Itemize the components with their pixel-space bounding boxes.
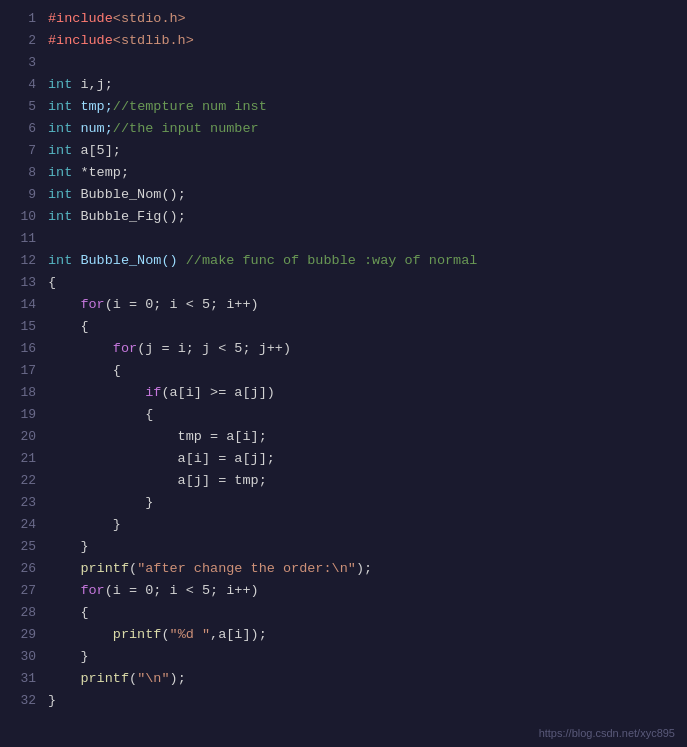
code-text: a[i] = a[j]; xyxy=(48,448,275,470)
code-text: } xyxy=(48,492,153,514)
code-text: int Bubble_Nom() //make func of bubble :… xyxy=(48,250,477,272)
line-number: 14 xyxy=(8,294,36,316)
line-number: 8 xyxy=(8,162,36,184)
code-text: int *temp; xyxy=(48,162,129,184)
code-line: 31 printf("\n"); xyxy=(0,668,687,690)
code-line: 11 xyxy=(0,228,687,250)
code-line: 15 { xyxy=(0,316,687,338)
code-line: 25 } xyxy=(0,536,687,558)
line-number: 20 xyxy=(8,426,36,448)
code-text: #include<stdio.h> xyxy=(48,8,186,30)
code-line: 7int a[5]; xyxy=(0,140,687,162)
code-text: } xyxy=(48,690,56,712)
code-line: 2#include<stdlib.h> xyxy=(0,30,687,52)
code-line: 30 } xyxy=(0,646,687,668)
code-line: 21 a[i] = a[j]; xyxy=(0,448,687,470)
code-text: for(i = 0; i < 5; i++) xyxy=(48,580,259,602)
code-line: 20 tmp = a[i]; xyxy=(0,426,687,448)
code-text: int Bubble_Fig(); xyxy=(48,206,186,228)
code-text: #include<stdlib.h> xyxy=(48,30,194,52)
line-number: 4 xyxy=(8,74,36,96)
code-text: int i,j; xyxy=(48,74,113,96)
code-line: 26 printf("after change the order:\n"); xyxy=(0,558,687,580)
line-number: 22 xyxy=(8,470,36,492)
line-number: 5 xyxy=(8,96,36,118)
code-text: printf("%d ",a[i]); xyxy=(48,624,267,646)
code-container: 1#include<stdio.h>2#include<stdlib.h>34i… xyxy=(0,0,687,747)
code-text: printf("after change the order:\n"); xyxy=(48,558,372,580)
code-line: 5int tmp;//tempture num inst xyxy=(0,96,687,118)
code-line: 18 if(a[i] >= a[j]) xyxy=(0,382,687,404)
code-line: 4int i,j; xyxy=(0,74,687,96)
code-line: 13{ xyxy=(0,272,687,294)
line-number: 1 xyxy=(8,8,36,30)
code-line: 29 printf("%d ",a[i]); xyxy=(0,624,687,646)
line-number: 24 xyxy=(8,514,36,536)
code-text: { xyxy=(48,272,56,294)
code-line: 3 xyxy=(0,52,687,74)
code-line: 6int num;//the input number xyxy=(0,118,687,140)
line-number: 9 xyxy=(8,184,36,206)
line-number: 6 xyxy=(8,118,36,140)
code-text: } xyxy=(48,536,89,558)
code-text: a[j] = tmp; xyxy=(48,470,267,492)
code-line: 24 } xyxy=(0,514,687,536)
line-number: 16 xyxy=(8,338,36,360)
code-line: 12int Bubble_Nom() //make func of bubble… xyxy=(0,250,687,272)
code-text: } xyxy=(48,646,89,668)
code-text: { xyxy=(48,602,89,624)
code-text: int Bubble_Nom(); xyxy=(48,184,186,206)
code-text: tmp = a[i]; xyxy=(48,426,267,448)
line-number: 31 xyxy=(8,668,36,690)
code-line: 17 { xyxy=(0,360,687,382)
code-line: 14 for(i = 0; i < 5; i++) xyxy=(0,294,687,316)
line-number: 27 xyxy=(8,580,36,602)
code-text: } xyxy=(48,514,121,536)
code-text: if(a[i] >= a[j]) xyxy=(48,382,275,404)
code-line: 28 { xyxy=(0,602,687,624)
code-text: int tmp;//tempture num inst xyxy=(48,96,267,118)
code-text: int num;//the input number xyxy=(48,118,259,140)
code-line: 1#include<stdio.h> xyxy=(0,8,687,30)
line-number: 12 xyxy=(8,250,36,272)
line-number: 26 xyxy=(8,558,36,580)
code-line: 8int *temp; xyxy=(0,162,687,184)
code-line: 9int Bubble_Nom(); xyxy=(0,184,687,206)
code-line: 32} xyxy=(0,690,687,712)
line-number: 30 xyxy=(8,646,36,668)
code-line: 23 } xyxy=(0,492,687,514)
line-number: 18 xyxy=(8,382,36,404)
line-number: 13 xyxy=(8,272,36,294)
code-text: printf("\n"); xyxy=(48,668,186,690)
line-number: 10 xyxy=(8,206,36,228)
line-number: 7 xyxy=(8,140,36,162)
code-text: for(i = 0; i < 5; i++) xyxy=(48,294,259,316)
code-line: 19 { xyxy=(0,404,687,426)
code-line: 27 for(i = 0; i < 5; i++) xyxy=(0,580,687,602)
code-text: { xyxy=(48,360,121,382)
code-text: int a[5]; xyxy=(48,140,121,162)
code-text: { xyxy=(48,404,153,426)
line-number: 32 xyxy=(8,690,36,712)
line-number: 21 xyxy=(8,448,36,470)
code-text: for(j = i; j < 5; j++) xyxy=(48,338,291,360)
line-number: 19 xyxy=(8,404,36,426)
line-number: 11 xyxy=(8,228,36,250)
line-number: 28 xyxy=(8,602,36,624)
line-number: 3 xyxy=(8,52,36,74)
code-line: 10int Bubble_Fig(); xyxy=(0,206,687,228)
line-number: 23 xyxy=(8,492,36,514)
code-text: { xyxy=(48,316,89,338)
code-line: 16 for(j = i; j < 5; j++) xyxy=(0,338,687,360)
watermark: https://blog.csdn.net/xyc895 xyxy=(539,727,675,739)
line-number: 2 xyxy=(8,30,36,52)
line-number: 15 xyxy=(8,316,36,338)
line-number: 25 xyxy=(8,536,36,558)
code-line: 22 a[j] = tmp; xyxy=(0,470,687,492)
line-number: 29 xyxy=(8,624,36,646)
line-number: 17 xyxy=(8,360,36,382)
